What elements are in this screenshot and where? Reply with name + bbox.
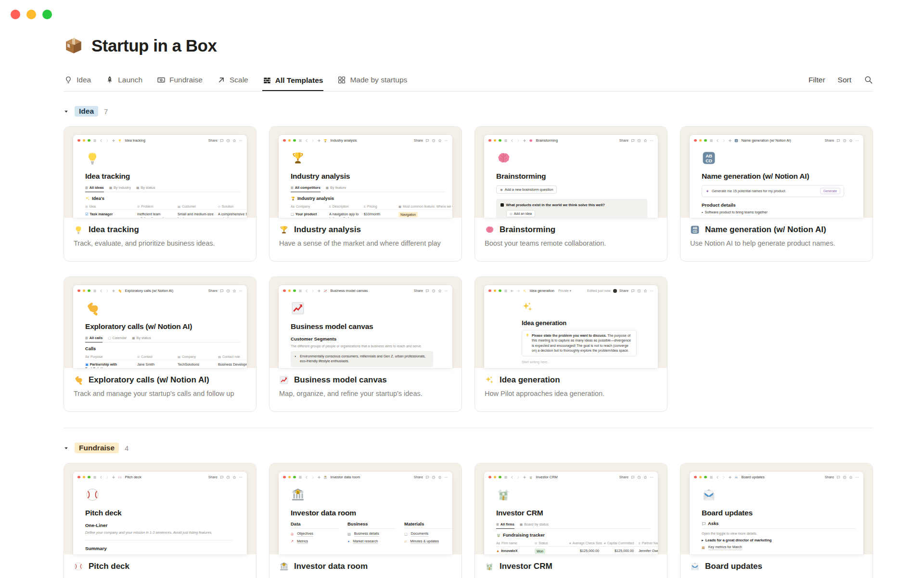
clock-icon: [226, 475, 230, 479]
tab-launch[interactable]: Launch: [105, 76, 143, 91]
template-card-industry-analysis[interactable]: Industry analysisShare Industry analysis…: [269, 126, 462, 262]
mini-placeholder: Start writing here...: [522, 360, 637, 364]
envelope-icon: [702, 487, 716, 502]
tab-made-by-startups[interactable]: Made by startups: [337, 76, 408, 91]
mini-window-title: Idea generation: [530, 289, 554, 293]
mini-traffic-dot: [704, 139, 707, 142]
brain-icon: [529, 139, 533, 143]
ellipsis-icon: [444, 139, 448, 143]
mini-table-cell: Jennifer Owens: [639, 547, 658, 554]
filter-button[interactable]: Filter: [808, 76, 825, 84]
tab-all-templates[interactable]: All Templates: [262, 76, 324, 92]
mini-traffic-dot: [694, 476, 697, 479]
search-icon[interactable]: [864, 75, 873, 84]
section-count: 7: [104, 107, 108, 116]
mini-heading: Customer Segments: [291, 336, 452, 342]
ellipsis-icon: [239, 475, 243, 479]
section-header-idea: Idea 7: [64, 106, 873, 117]
mini-table-row: ▢Your productA navigation app to help yo…: [291, 210, 452, 218]
chart-icon: [279, 375, 289, 385]
mini-traffic-dot: [699, 476, 702, 479]
star-icon: [643, 139, 647, 143]
mini-page-link: ▦Key metrics for March: [702, 545, 863, 550]
sparkles-icon: [522, 301, 533, 313]
mini-window-title: Investor data room: [331, 475, 360, 479]
template-card-investor-crm[interactable]: Investor CRMShare Investor CRM ⊞All firm…: [475, 463, 667, 578]
card-footer: Idea generation How Pilot approaches ide…: [475, 368, 667, 397]
chevron-left-icon: [305, 475, 308, 479]
tab-scale[interactable]: Scale: [217, 76, 249, 91]
chevron-right-icon: [722, 139, 726, 143]
mini-view-tab: ▢Calendar: [108, 336, 127, 342]
card-title: Investor CRM: [500, 562, 552, 571]
mini-heading: Summary: [85, 546, 247, 551]
template-card-board-updates[interactable]: Board updatesShare Board updates AsksOpe…: [680, 463, 873, 578]
zoom-window-button[interactable]: [42, 10, 52, 19]
template-card-brainstorming[interactable]: BrainstormingShare Brainstorming ◉Add a …: [475, 126, 667, 262]
template-card-investor-data-room[interactable]: $Investor data roomShare $ Investor data…: [269, 463, 462, 578]
arrow-right-icon: [516, 289, 520, 293]
mini-share-label: Share: [208, 289, 218, 293]
trophy-icon: [279, 225, 289, 235]
mini-page-link: ▱Minutes & updates: [404, 539, 452, 544]
close-window-button[interactable]: [11, 10, 20, 19]
comment-icon: [220, 289, 224, 293]
tab-idea[interactable]: Idea: [64, 76, 91, 91]
card-title: Industry analysis: [294, 225, 361, 235]
mini-window: Business model canvasShare Business mode…: [279, 285, 452, 368]
mini-table: AaFirm name⊙Status#Average Check Size#Ca…: [496, 540, 658, 554]
mini-view-tab: ▦By status: [136, 185, 155, 192]
template-card-name-generation-w-notion-ai[interactable]: ABCDName generation (w/ Notion AI)Share …: [680, 126, 873, 262]
ellipsis-icon: [650, 139, 654, 143]
mini-page-title: Name generation (w/ Notion AI): [702, 172, 863, 181]
template-card-exploratory-calls-w-notion-ai[interactable]: Exploratory calls (w/ Notion AI)Share Ex…: [64, 276, 257, 412]
mini-view-tabs: ⊞All calls▢Calendar▦By status: [85, 336, 240, 342]
mini-page-title: Investor data room: [291, 509, 452, 517]
template-card-idea-tracking[interactable]: Idea trackingShare Idea tracking ⊞All id…: [64, 126, 257, 262]
chevron-left-icon: [510, 475, 514, 479]
chevron-right-icon: [722, 475, 726, 479]
plus-icon: [523, 139, 526, 143]
mini-bullet: •Software product to bring teams togethe…: [702, 210, 863, 214]
moneywings-icon: [496, 487, 511, 502]
chevron-right-icon: [311, 289, 315, 293]
mini-column-title: Materials: [404, 521, 452, 529]
template-card-pitch-deck[interactable]: Pitch deckShare Pitch deck One-LinerDefi…: [64, 463, 257, 578]
mini-table-header: ≡Where we win: [433, 203, 452, 210]
mini-traffic-dot: [494, 139, 497, 142]
mini-traffic-dot: [288, 139, 291, 142]
collapse-triangle-icon[interactable]: [64, 446, 69, 451]
section-count: 4: [125, 444, 128, 452]
clock-icon: [432, 475, 436, 479]
tab-fundraise[interactable]: Fundraise: [156, 76, 203, 91]
status-tag: Won: [535, 549, 545, 554]
mini-text: Open the toggle to view more details.: [702, 532, 863, 535]
mini-view-tab: ⊞All calls: [85, 336, 103, 342]
rocket-icon: [105, 76, 114, 84]
mini-titlebar: Idea trackingShare: [73, 135, 247, 145]
mini-table-header: ≡Partner Name: [639, 540, 658, 546]
sort-button[interactable]: Sort: [838, 76, 851, 84]
mini-table-header: AaPurpose: [85, 354, 137, 360]
moneywings-icon: [529, 475, 533, 479]
comment-icon: [425, 475, 429, 479]
chevron-left-icon: [99, 289, 103, 293]
mini-titlebar: $Investor data roomShare: [279, 472, 452, 482]
card-title: Board updates: [705, 562, 762, 571]
hamburger-icon: [709, 475, 713, 479]
row-item-icon: ▣: [85, 362, 89, 367]
chart-icon: [291, 301, 305, 315]
mini-view-tabs: ⊞All competitors▦By feature: [291, 185, 446, 192]
mini-titlebar: BrainstormingShare: [484, 135, 658, 145]
mini-traffic-dot: [488, 139, 491, 142]
section-divider: [64, 428, 873, 428]
chevron-right-icon: [105, 139, 109, 143]
collapse-triangle-icon[interactable]: [64, 109, 69, 114]
minimize-window-button[interactable]: [26, 10, 36, 19]
template-preview: Idea generationPrivate ▾Edited just nowS…: [475, 277, 667, 368]
package-icon: [64, 36, 84, 56]
hamburger-icon: [504, 475, 508, 479]
template-card-business-model-canvas[interactable]: Business model canvasShare Business mode…: [269, 276, 462, 412]
template-card-idea-generation[interactable]: Idea generationPrivate ▾Edited just nowS…: [475, 276, 667, 412]
mini-traffic-dot: [283, 139, 286, 142]
